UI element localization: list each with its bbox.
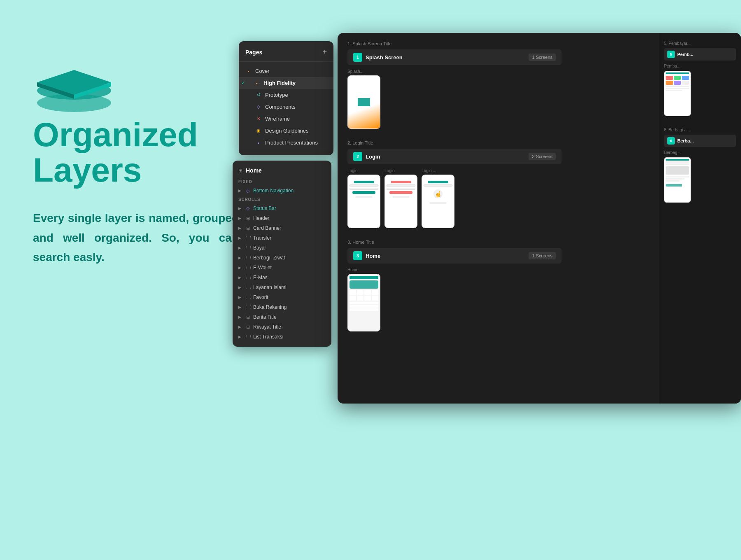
comp-page-icon: ◇ [255,104,262,110]
layer-favorit[interactable]: ▶ ⋮⋮ Favorit [233,292,331,302]
add-page-button[interactable]: + [322,48,327,56]
page-item-components[interactable]: ◇ Components [239,101,333,113]
layer-name-riwayat-title: Riwayat Title [253,324,281,330]
layer-header[interactable]: ▶ ⊞ Header [233,213,331,223]
splash-logo [358,98,370,106]
layer-name-berita-title: Berita Title [253,314,277,320]
cover-page-icon: ▪ [245,68,252,74]
layer-name-e-mas: E-Mas [253,275,268,280]
layer-riwayat-title[interactable]: ▶ ⊞ Riwayat Title [233,322,331,332]
canvas-inner: 1. Splash Screen Title 1 Splash Screen 1… [338,33,741,404]
login-badge-label: Login [366,154,380,160]
splash-badge-num: 1 [353,53,362,62]
page-item-wireframe[interactable]: ✕ Wireframe [239,113,333,125]
layers-header: ⊞ Home [233,166,331,178]
layer-name-buka-rekening: Buka Rekening [253,304,287,310]
home-badge-label: Home [366,253,380,259]
comp-page-label: Components [265,104,296,110]
proto-page-label: Prototype [265,92,288,98]
layer-type-icon-bayar: ⋮⋮ [245,246,251,250]
layers-panel: ⊞ Home FIXED ▶ ◇ Bottom Navigation SCROL… [233,161,331,347]
page-item-product-presentations[interactable]: ▪ Product Presentations [239,137,333,149]
layer-arrow-icon: ▶ [238,295,242,299]
login2-content [385,175,417,228]
splash-screens-count: 1 Screens [529,54,556,61]
home-mini-label: Home [347,268,380,272]
home-badge: 3 Home [353,251,380,260]
splash-phone-content [348,76,380,128]
layer-transfer[interactable]: ▶ ⋮⋮ Transfer [233,233,331,243]
layer-berita-title[interactable]: ▶ ⊞ Berita Title [233,312,331,322]
right-partial-panel: 5. Pembayar... 5 Pemb... Pemba... [659,33,741,404]
layer-name-bottom-nav: Bottom Navigation [253,188,294,194]
berbagi-section: 6. Berbagi - ... 6 Berba... Berbag... [659,124,741,206]
page-item-prototype[interactable]: ↺ Prototype [239,89,333,101]
fixed-section-label: FIXED [233,178,331,186]
login3-content: ☝ [422,175,454,228]
layer-layanan-islami[interactable]: ▶ ⋮⋮ Layanan Islami [233,282,331,292]
layer-name-bayar: Bayar [253,245,266,251]
home-badge-num: 3 [353,251,362,260]
pembayar-badge-bar: 5 Pemb... [664,48,736,61]
berbagi-badge-label: Berba... [677,138,694,143]
page-item-cover[interactable]: ▪ Cover [239,65,333,77]
splash-mini-label: Splash... [347,69,380,74]
layer-arrow-icon: ▶ [238,246,242,250]
login-screen-header: 2 Login 3 Screens [347,149,562,164]
page-item-high-fidelity[interactable]: ✓ ▪ High Fidelity [239,77,333,89]
login2-mockup [384,175,417,228]
login3-mockup: ☝ [422,175,454,228]
pembayar-section: 5. Pembayar... 5 Pemb... Pemba... [659,33,741,124]
main-title: Organized Layers [33,117,239,188]
login2-label: Login [384,168,417,173]
pembayar-section-title: 5. Pembayar... [664,41,736,46]
login-badge-num: 2 [353,152,362,161]
layer-type-icon-ewallet: ⋮⋮ [245,266,251,270]
layer-card-banner[interactable]: ▶ ⊞ Card Banner [233,223,331,233]
layer-berbagi-ziwaf[interactable]: ▶ ⋮⋮ Berbagi- Ziwaf [233,253,331,263]
layer-arrow-icon: ▶ [238,206,242,210]
layer-arrow-icon: ▶ [238,335,242,339]
home-phone-content [348,274,380,331]
layer-type-icon-emas: ⋮⋮ [245,275,251,280]
layer-arrow-icon: ▶ [238,285,242,289]
left-section: Organized Layers Every single layer is n… [33,49,239,267]
layer-name-favorit: Favorit [253,294,268,300]
pembayar-sublabel: Pemba... [664,64,736,68]
layer-arrow-icon: ▶ [238,256,242,260]
pembayar-badge-label: Pemb... [677,52,693,57]
layer-name-card-banner: Card Banner [253,225,281,231]
layer-arrow-icon: ▶ [238,236,242,240]
berbagi-phone-mockup [664,157,691,203]
home-phone-mockup [347,274,380,331]
layer-e-mas[interactable]: ▶ ⋮⋮ E-Mas [233,273,331,282]
layer-name-list-transaksi: List Transaksi [253,334,283,340]
description-text: Every single layer is named, grouped and… [33,208,239,267]
hifi-page-icon: ▪ [254,80,260,86]
wire-page-label: Wireframe [265,116,290,122]
pages-panel: Pages + ▪ Cover ✓ ▪ High Fidelity ↺ Prot… [239,41,333,155]
layer-arrow-icon: ▶ [238,275,242,280]
design-page-icon: ◉ [255,128,262,134]
layer-e-wallet[interactable]: ▶ ⋮⋮ E-Wallet [233,263,331,273]
layer-status-bar[interactable]: ▶ ◇ Status Bar [233,203,331,213]
layer-arrow-icon: ▶ [238,216,242,220]
layers-logo [33,49,239,117]
product-page-icon: ▪ [255,140,262,146]
berbagi-section-title: 6. Berbagi - ... [664,128,736,132]
page-item-design-guidelines[interactable]: ◉ Design Guidelines [239,125,333,137]
home-frame-icon: ⊞ [238,168,242,173]
layer-list-transaksi[interactable]: ▶ ⋮⋮ List Transaksi [233,332,331,342]
layer-buka-rekening[interactable]: ▶ ⋮⋮ Buka Rekening [233,302,331,312]
berbagi-badge-bar: 6 Berba... [664,135,736,147]
layer-name-header: Header [253,215,269,221]
canvas-area: 1. Splash Screen Title 1 Splash Screen 1… [338,33,741,404]
layer-type-icon-favorit: ⋮⋮ [245,295,251,299]
login-badge: 2 Login [353,152,380,161]
layer-bayar[interactable]: ▶ ⋮⋮ Bayar [233,243,331,253]
layer-arrow-icon: ▶ [238,226,242,230]
layer-type-icon-berbagi: ⋮⋮ [245,256,251,260]
splash-phone-mockup [347,75,380,129]
layer-name-berbagi-ziwaf: Berbagi- Ziwaf [253,255,285,261]
layer-bottom-navigation[interactable]: ▶ ◇ Bottom Navigation [233,186,331,196]
